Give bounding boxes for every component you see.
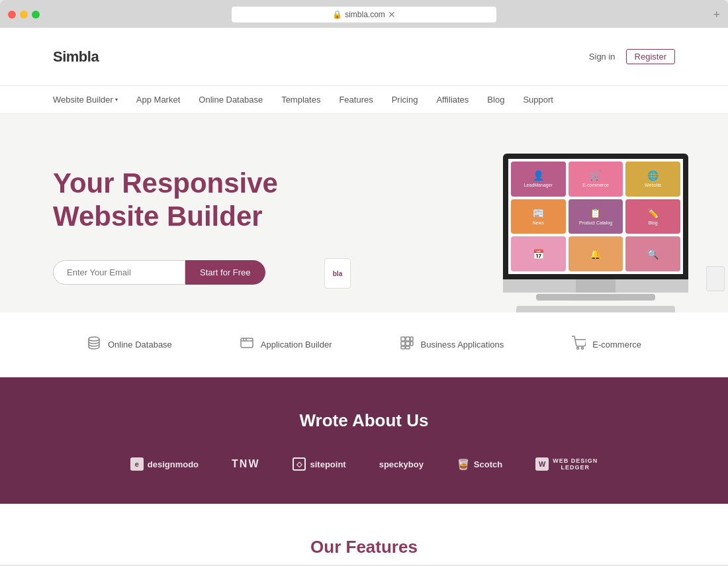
hero-form: Start for Free [53,260,364,285]
chevron-down-icon: ▾ [115,97,118,103]
nav-right: Sign in Register [589,49,675,64]
our-features-section: Our Features [0,504,728,565]
nav-item-affiliates[interactable]: Affiliates [436,95,469,105]
database-icon [87,336,101,354]
svg-rect-9 [406,342,410,346]
brand-scotch: 🥃 Scotch [457,457,502,471]
nav-item-templates[interactable]: Templates [281,95,320,105]
features-bar: Online Database Application Builder [0,312,728,377]
hero-right: bla 👤 LeadManager 🛒 E-commerce [364,154,675,311]
tile-ecommerce: 🛒 E-commerce [569,162,623,197]
mug-decoration: bla [324,258,354,291]
feature-online-database: Online Database [87,336,172,354]
grid-icon [400,336,414,354]
wrote-about-us-section: Wrote About Us e designmodo TNW ◇ sitepo… [0,377,728,504]
brand-speckyboy: speckyboy [379,459,424,469]
register-button[interactable]: Register [626,49,675,64]
tile-leadmanager: 👤 LeadManager [511,162,566,197]
svg-rect-6 [406,337,410,341]
svg-rect-7 [410,337,413,341]
nav-item-app-market[interactable]: App Market [136,95,180,105]
svg-rect-12 [406,346,410,349]
traffic-lights [8,11,40,19]
feature-app-builder: Application Builder [240,336,332,354]
address-bar[interactable]: 🔒 simbla.com ✕ [232,7,496,23]
nav-item-pricing[interactable]: Pricing [392,95,418,105]
start-free-button[interactable]: Start for Free [185,260,265,285]
tile-product-catalog: 📋 Product Catalog [569,199,623,234]
monitor-illustration: 👤 LeadManager 🛒 E-commerce 🌐 Website [503,154,688,312]
sitepoint-icon: ◇ [293,457,306,471]
pencil-cup-decoration [706,266,725,291]
url-text: simbla.com [345,10,385,19]
nav-item-support[interactable]: Support [523,95,553,105]
page-content: Simbla Sign in Register Website Builder … [0,28,728,565]
brand-webdesign-ledger: W WEB DESIGNLEDGER [535,457,598,471]
top-navigation: Simbla Sign in Register [0,28,728,86]
svg-rect-10 [410,342,413,346]
svg-rect-5 [401,337,405,341]
brands-row: e designmodo TNW ◇ sitepoint speckyboy 🥃… [53,457,675,471]
email-input[interactable] [53,260,185,285]
designmodo-icon: e [130,457,144,471]
monitor-stand [503,279,688,293]
logo[interactable]: Simbla [53,48,99,66]
app-builder-icon [240,336,254,354]
lock-icon: 🔒 [332,10,342,19]
tab-close-icon[interactable]: ✕ [388,9,396,20]
brand-tnw: TNW [232,458,259,470]
close-button[interactable] [8,11,16,19]
minimize-button[interactable] [20,11,28,19]
hero-left: Your Responsive Website Builder Start fo… [53,154,364,285]
browser-frame: 🔒 simbla.com ✕ + [0,0,728,28]
nav-item-blog[interactable]: Blog [487,95,504,105]
new-tab-icon[interactable]: + [713,8,720,22]
feature-ecommerce: E-commerce [571,336,641,354]
scotch-icon: 🥃 [457,457,470,471]
monitor-base [536,294,655,301]
svg-point-0 [89,337,99,341]
svg-point-14 [582,348,584,350]
svg-rect-8 [401,342,405,346]
brand-designmodo: e designmodo [130,457,199,471]
nav-item-features[interactable]: Features [339,95,373,105]
cart-icon [571,336,586,354]
svg-rect-11 [401,346,405,349]
tile-website: 🌐 Website [625,162,680,197]
svg-rect-1 [241,338,253,348]
maximize-button[interactable] [32,11,40,19]
screen-grid: 👤 LeadManager 🛒 E-commerce 🌐 Website [508,159,683,274]
nav-item-website-builder[interactable]: Website Builder ▾ [53,95,118,105]
keyboard [516,306,675,312]
feature-business-apps: Business Applications [400,336,504,354]
tile-extra2: 🔔 [569,236,623,271]
tile-extra3: 🔍 [625,236,680,271]
webdesign-icon: W [535,457,549,471]
svg-point-13 [577,348,579,350]
nav-item-online-database[interactable]: Online Database [199,95,263,105]
nav-menu: Website Builder ▾ App Market Online Data… [0,86,728,114]
tile-news: 📰 News [511,199,566,234]
tile-extra1: 📅 [511,236,566,271]
hero-section: Your Responsive Website Builder Start fo… [0,114,728,312]
wrote-title: Wrote About Us [53,410,675,431]
hero-title: Your Responsive Website Builder [53,167,364,234]
brand-sitepoint: ◇ sitepoint [293,457,345,471]
our-features-title: Our Features [53,537,675,557]
signin-link[interactable]: Sign in [589,52,615,62]
tile-blog: ✏️ Blog [625,199,680,234]
monitor-screen: 👤 LeadManager 🛒 E-commerce 🌐 Website [503,154,688,279]
